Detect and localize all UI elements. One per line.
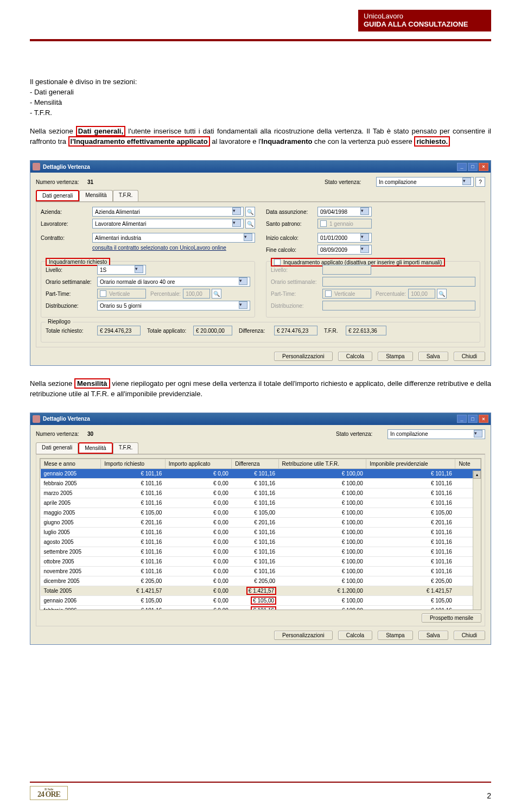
close-button[interactable]: × bbox=[479, 415, 488, 423]
tab-dati-generali[interactable]: Dati generali bbox=[36, 442, 78, 454]
table-row[interactable]: febbraio 2006€ 101,16€ 0,00€ 101,16€ 100… bbox=[41, 605, 481, 610]
stampa-button[interactable]: Stampa bbox=[378, 352, 412, 361]
fine-field[interactable]: 08/09/2009 bbox=[317, 245, 372, 255]
azienda-field[interactable]: Azienda Alimentari bbox=[92, 207, 244, 217]
cell: € 100,00 bbox=[278, 556, 366, 566]
col-header: Imponibile previdenziale bbox=[366, 459, 455, 468]
riepilogo-label: Riepilogo bbox=[46, 319, 73, 325]
search-icon[interactable]: 🔍 bbox=[245, 219, 255, 229]
cell: € 101,16 bbox=[232, 537, 278, 547]
table-row[interactable]: agosto 2005€ 101,16€ 0,00€ 101,16€ 100,0… bbox=[41, 537, 481, 547]
table-row[interactable]: gennaio 2005€ 101,16€ 0,00€ 101,16€ 100,… bbox=[41, 468, 481, 478]
numvert-label: Numero vertenza: bbox=[36, 179, 87, 185]
table-row[interactable]: novembre 2005€ 101,16€ 0,00€ 101,16€ 100… bbox=[41, 566, 481, 576]
table-row[interactable]: giugno 2005€ 201,16€ 0,00€ 201,16€ 100,0… bbox=[41, 517, 481, 527]
scroll-up-icon[interactable]: ▴ bbox=[473, 471, 481, 479]
numvert-value: 31 bbox=[87, 179, 93, 185]
contr-field[interactable]: Alimentari industria bbox=[92, 233, 255, 243]
inizio-field[interactable]: 01/01/2000 bbox=[317, 233, 372, 243]
calcola-button[interactable]: Calcola bbox=[338, 352, 372, 361]
screenshot-2: Dettaglio Vertenza _ □ × Numero vertenza… bbox=[30, 413, 491, 645]
cell: € 101,16 bbox=[366, 566, 455, 576]
orario2-label: Orario settimanale: bbox=[271, 279, 322, 285]
dataass-label: Data assunzione: bbox=[266, 209, 317, 215]
distr-field[interactable]: Orario su 5 giorni bbox=[97, 301, 250, 310]
maximize-button[interactable]: □ bbox=[468, 415, 478, 423]
distr2-field bbox=[322, 301, 475, 310]
cell: € 101,16 bbox=[232, 527, 278, 537]
search-icon[interactable]: 🔍 bbox=[245, 207, 255, 217]
chiudi-button[interactable]: Chiudi bbox=[454, 352, 485, 361]
cell: € 205,00 bbox=[232, 576, 278, 586]
stato-label: Stato vertenza: bbox=[325, 179, 376, 185]
table-row[interactable]: maggio 2005€ 105,00€ 0,00€ 105,00€ 100,0… bbox=[41, 507, 481, 517]
tab-tfr[interactable]: T.F.R. bbox=[113, 190, 139, 201]
cell: € 0,00 bbox=[165, 605, 231, 610]
cell: € 105,00 bbox=[366, 507, 455, 517]
perc-field: 100,00 bbox=[183, 289, 210, 299]
window-title: Dettaglio Vertenza bbox=[43, 416, 90, 422]
cell: € 100,00 bbox=[278, 547, 366, 556]
distr2-label: Distribuzione: bbox=[271, 303, 322, 309]
table-row[interactable]: marzo 2005€ 101,16€ 0,00€ 101,16€ 100,00… bbox=[41, 488, 481, 498]
cell: € 101,16 bbox=[232, 566, 278, 576]
applicato-checkbox[interactable] bbox=[274, 259, 281, 265]
tab-mensilita[interactable]: Mensilità bbox=[79, 190, 112, 201]
minimize-button[interactable]: _ bbox=[457, 163, 467, 171]
lav-field[interactable]: Lavoratore Alimentari bbox=[92, 219, 244, 229]
perc2-field: 100,00 bbox=[408, 289, 435, 299]
personalizzazioni-button[interactable]: Personalizzazioni bbox=[274, 352, 333, 361]
table-row[interactable]: febbraio 2005€ 101,16€ 0,00€ 101,16€ 100… bbox=[41, 478, 481, 488]
table-row[interactable]: luglio 2005€ 101,16€ 0,00€ 101,16€ 100,0… bbox=[41, 527, 481, 537]
stato-help-icon[interactable]: ? bbox=[475, 177, 485, 187]
totapp-value: € 20.000,00 bbox=[193, 326, 232, 335]
pt-field: Verticale bbox=[97, 289, 146, 299]
stato-field[interactable]: In compilazione bbox=[376, 177, 474, 187]
cell: € 201,16 bbox=[232, 517, 278, 527]
table-row[interactable]: gennaio 2006€ 105,00€ 0,00€ 105,00€ 100,… bbox=[41, 595, 481, 605]
calcola-button[interactable]: Calcola bbox=[338, 631, 372, 640]
cell: € 101,16 bbox=[366, 605, 455, 610]
cell: € 101,16 bbox=[101, 556, 166, 566]
stato-field[interactable]: In compilazione bbox=[387, 429, 485, 439]
cell: € 0,00 bbox=[165, 556, 231, 566]
table-row[interactable]: dicembre 2005€ 205,00€ 0,00€ 205,00€ 100… bbox=[41, 576, 481, 586]
dataass-field[interactable]: 09/04/1998 bbox=[317, 207, 372, 217]
tab-dati-generali[interactable]: Dati generali bbox=[36, 190, 79, 201]
table-row[interactable]: settembre 2005€ 101,16€ 0,00€ 101,16€ 10… bbox=[41, 547, 481, 556]
totapp-label: Totale applicato: bbox=[147, 328, 193, 334]
close-button[interactable]: × bbox=[479, 163, 488, 171]
table-row[interactable]: Totale 2005€ 1.421,57€ 0,00€ 1.421,57€ 1… bbox=[41, 586, 481, 595]
table-row[interactable]: aprile 2005€ 101,16€ 0,00€ 101,16€ 100,0… bbox=[41, 498, 481, 507]
minimize-button[interactable]: _ bbox=[457, 415, 467, 423]
pt2-label: Part-Time: bbox=[271, 291, 322, 297]
cell: marzo 2005 bbox=[41, 488, 101, 498]
azienda-label: Azienda: bbox=[41, 209, 92, 215]
personalizzazioni-button[interactable]: Personalizzazioni bbox=[274, 631, 333, 640]
stampa-button[interactable]: Stampa bbox=[378, 631, 412, 640]
cell: € 0,00 bbox=[165, 498, 231, 507]
col-header: Mese e anno bbox=[41, 459, 101, 468]
cell: ottobre 2005 bbox=[41, 556, 101, 566]
maximize-button[interactable]: □ bbox=[468, 163, 478, 171]
cell: € 100,00 bbox=[278, 478, 366, 488]
salva-button[interactable]: Salva bbox=[418, 631, 448, 640]
cell: € 101,16 bbox=[101, 478, 166, 488]
prospetto-button[interactable]: Prospetto mensile bbox=[422, 613, 481, 623]
chiudi-button[interactable]: Chiudi bbox=[454, 631, 485, 640]
cell: € 100,00 bbox=[278, 576, 366, 586]
search-icon[interactable]: 🔍 bbox=[212, 289, 221, 299]
tab-mensilita[interactable]: Mensilità bbox=[78, 442, 112, 454]
cell: € 101,16 bbox=[366, 498, 455, 507]
scrollbar[interactable]: ▴ bbox=[473, 471, 481, 610]
tab-tfr[interactable]: T.F.R. bbox=[113, 442, 139, 454]
cell: € 100,00 bbox=[278, 498, 366, 507]
fine-label: Fine calcolo: bbox=[266, 247, 317, 253]
salva-button[interactable]: Salva bbox=[418, 352, 448, 361]
cell: € 101,16 bbox=[101, 488, 166, 498]
table-row[interactable]: ottobre 2005€ 101,16€ 0,00€ 101,16€ 100,… bbox=[41, 556, 481, 566]
liv-field[interactable]: 1S bbox=[97, 265, 146, 275]
contratto-link[interactable]: consulta il contratto selezionato con Un… bbox=[92, 245, 226, 251]
orario-field[interactable]: Orario normale di lavoro 40 ore bbox=[97, 277, 250, 287]
inizio-label: Inizio calcolo: bbox=[266, 235, 317, 241]
